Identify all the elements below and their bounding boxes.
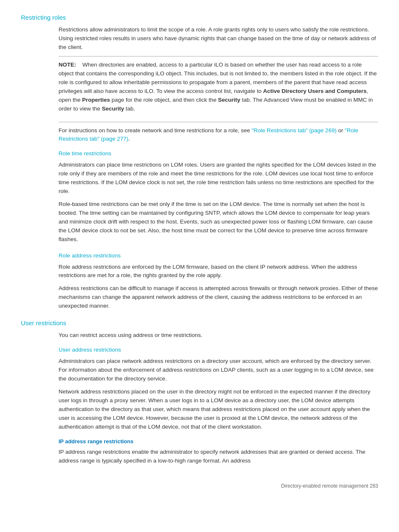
user-restrictions-section: User restrictions You can restrict acces…: [21, 318, 378, 465]
restricting-roles-heading: Restricting roles: [21, 13, 378, 22]
role-time-para2: Role-based time restrictions can be met …: [59, 200, 378, 244]
user-address-heading: User address restrictions: [59, 346, 378, 355]
instructions-text3: .: [128, 136, 130, 142]
restricting-roles-section: Restricting roles Restrictions allow adm…: [21, 13, 378, 311]
user-address-para1: Administrators can place network address…: [59, 357, 378, 383]
note-bold2: Properties: [82, 97, 110, 103]
instructions-text1: For instructions on how to create networ…: [59, 127, 251, 134]
user-restrictions-heading: User restrictions: [21, 318, 378, 328]
instructions-link1[interactable]: "Role Restrictions tab" (page 269): [251, 127, 336, 134]
ip-address-range-para1: IP address range restrictions enable the…: [59, 448, 378, 465]
role-address-section: Role address restrictions Role address r…: [59, 252, 378, 311]
ip-address-range-section: IP address range restrictions IP address…: [59, 437, 378, 465]
note-bold4: Security: [102, 105, 124, 112]
restricting-roles-content: Restrictions allow administrators to lim…: [59, 26, 378, 311]
note-bold3: Security: [218, 97, 240, 103]
note-box: NOTE: When directories are enabled, acce…: [59, 56, 378, 122]
note-bold1: Active Directory Users and Computers: [263, 88, 367, 94]
note-text3: page for the role object, and then click…: [110, 97, 218, 103]
role-address-para1: Role address restrictions are enforced b…: [59, 263, 378, 280]
role-time-heading: Role time restrictions: [59, 149, 378, 158]
role-address-para2: Address restrictions can be difficult to…: [59, 284, 378, 311]
note-text5: tab.: [124, 105, 135, 112]
user-address-para2: Network address restrictions placed on t…: [59, 388, 378, 432]
page-footer: Directory-enabled remote management 283: [21, 482, 378, 490]
user-restrictions-intro: You can restrict access using address or…: [59, 331, 378, 340]
note-text: NOTE: When directories are enabled, acce…: [59, 61, 378, 113]
role-time-para1: Administrators can place time restrictio…: [59, 161, 378, 196]
role-time-section: Role time restrictions Administrators ca…: [59, 149, 378, 244]
user-restrictions-content: You can restrict access using address or…: [59, 331, 378, 465]
restricting-roles-intro: Restrictions allow administrators to lim…: [59, 26, 378, 52]
instructions-para: For instructions on how to create networ…: [59, 126, 378, 144]
instructions-text2: or: [337, 127, 345, 134]
role-address-heading: Role address restrictions: [59, 252, 378, 260]
note-label: NOTE:: [59, 62, 76, 68]
footer-text: Directory-enabled remote management 283: [281, 483, 378, 489]
ip-address-range-heading: IP address range restrictions: [59, 437, 378, 446]
user-address-section: User address restrictions Administrators…: [59, 346, 378, 465]
